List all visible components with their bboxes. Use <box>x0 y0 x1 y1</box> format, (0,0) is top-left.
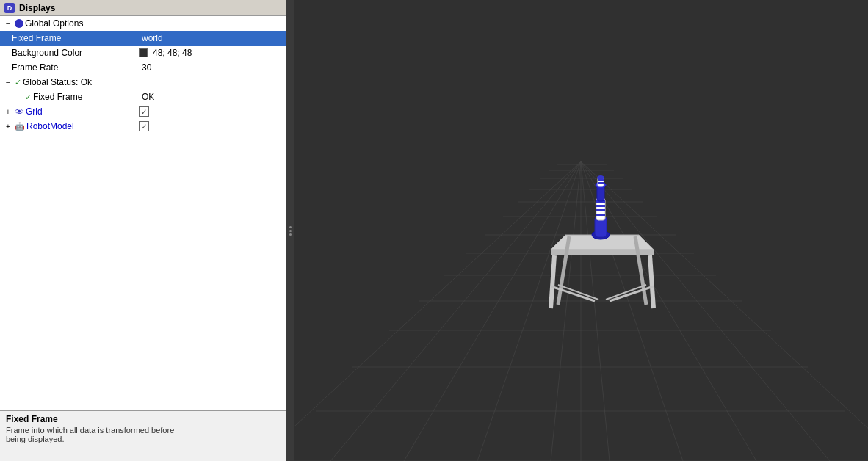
fixed-frame-label: Fixed Frame <box>12 33 61 43</box>
svg-rect-40 <box>596 205 605 207</box>
fixed-frame-sub-label: Fixed Frame <box>33 92 82 102</box>
global-options-dot-icon <box>15 19 23 28</box>
svg-point-48 <box>597 175 604 180</box>
robot-model-icon: 🤖 <box>15 122 25 131</box>
grid-svg <box>294 0 868 461</box>
main-container: D Displays − Global Options Fixed Frame <box>0 0 868 461</box>
grid-left: + 👁 Grid <box>0 106 136 117</box>
background-color-right: 48; 48; 48 <box>136 48 286 58</box>
expand-status-btn[interactable]: − <box>3 77 13 87</box>
expand-robot-btn[interactable]: + <box>3 121 13 131</box>
global-options-left: − Global Options <box>0 18 136 29</box>
global-status-row[interactable]: − ✓ Global Status: Ok <box>0 75 286 90</box>
splitter[interactable] <box>286 0 294 461</box>
fixed-frame-sub-left: ✓ Fixed Frame <box>0 92 136 102</box>
fixed-frame-row[interactable]: Fixed Frame world <box>0 31 286 46</box>
fixed-frame-sub-row[interactable]: ✓ Fixed Frame OK <box>0 90 286 104</box>
bottom-info-title: Fixed Frame <box>6 414 280 424</box>
grid-eye-icon: 👁 <box>15 106 24 117</box>
expand-grid-btn[interactable]: + <box>3 106 13 117</box>
robot-model-right: ✓ <box>136 121 286 131</box>
svg-rect-41 <box>596 209 605 211</box>
panel-title-icon: D <box>4 3 15 13</box>
global-status-check-icon: ✓ <box>15 78 21 87</box>
fixed-frame-value: world <box>142 33 163 43</box>
frame-rate-value: 30 <box>142 62 151 73</box>
grid-row[interactable]: + 👁 Grid ✓ <box>0 104 286 119</box>
svg-rect-42 <box>596 214 605 216</box>
grid-checkbox[interactable]: ✓ <box>139 106 149 117</box>
global-status-label: Global Status: Ok <box>23 77 92 87</box>
background-color-row[interactable]: Background Color 48; 48; 48 <box>0 46 286 60</box>
robot-model-row[interactable]: + 🤖 RobotModel ✓ <box>0 119 286 134</box>
panel-title-bar: D Displays <box>0 0 286 16</box>
expand-global-btn[interactable]: − <box>3 18 13 29</box>
left-panel: D Displays − Global Options Fixed Frame <box>0 0 286 461</box>
splitter-dot-1 <box>289 226 292 228</box>
fixed-frame-sub-check-icon: ✓ <box>25 92 32 102</box>
robot-model-label: RobotModel <box>26 121 74 131</box>
robot-model-checkbox[interactable]: ✓ <box>139 121 149 131</box>
robot-model-left: + 🤖 RobotModel <box>0 121 136 131</box>
fixed-frame-left: Fixed Frame <box>0 33 136 43</box>
splitter-dot-2 <box>289 230 292 232</box>
global-options-label: Global Options <box>25 18 83 29</box>
panel-title-label: Displays <box>19 3 55 13</box>
viewport[interactable] <box>294 0 868 461</box>
color-swatch <box>139 48 148 57</box>
tree-area[interactable]: − Global Options Fixed Frame world Backg… <box>0 16 286 410</box>
frame-rate-right: 30 <box>136 62 286 73</box>
bottom-info: Fixed Frame Frame into which all data is… <box>0 410 286 461</box>
fixed-frame-sub-value: OK <box>142 92 154 102</box>
frame-rate-row[interactable]: Frame Rate 30 <box>0 60 286 75</box>
fixed-frame-sub-right: OK <box>136 92 286 102</box>
grid-right: ✓ <box>136 106 286 117</box>
background-color-label: Background Color <box>12 48 82 58</box>
splitter-dot-3 <box>289 233 292 236</box>
grid-label: Grid <box>26 106 43 117</box>
global-status-left: − ✓ Global Status: Ok <box>0 77 136 87</box>
bottom-info-text: Frame into which all data is transformed… <box>6 426 280 443</box>
global-options-row[interactable]: − Global Options <box>0 16 286 31</box>
background-color-value: 48; 48; 48 <box>153 48 192 58</box>
frame-rate-label: Frame Rate <box>12 62 58 73</box>
background-color-left: Background Color <box>0 48 136 58</box>
frame-rate-left: Frame Rate <box>0 62 136 73</box>
fixed-frame-right: world <box>136 33 286 43</box>
splitter-handle <box>288 223 292 238</box>
svg-rect-47 <box>598 182 604 184</box>
